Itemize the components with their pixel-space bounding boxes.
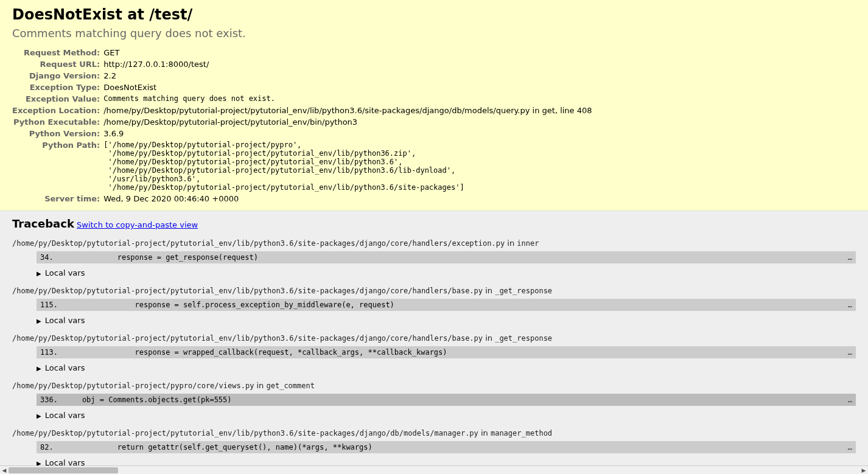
- frame-func: inner: [517, 239, 539, 248]
- meta-value: Comments matching query does not exist.: [103, 93, 592, 105]
- in-word: in: [483, 333, 495, 343]
- line-number: 336.: [40, 396, 65, 404]
- frames-list: /home/py/Desktop/pytutorial-project/pytu…: [12, 239, 856, 467]
- meta-label: Request Method:: [12, 47, 103, 58]
- meta-value: DoesNotExist: [103, 82, 592, 93]
- in-word: in: [254, 381, 266, 390]
- frame-func: get_comment: [266, 382, 314, 390]
- code-text: response = wrapped_callback(request, *ca…: [65, 348, 843, 357]
- frame-file: /home/py/Desktop/pytutorial-project/pypr…: [12, 382, 254, 390]
- local-vars-toggle[interactable]: ▶ Local vars: [37, 268, 856, 277]
- context-line[interactable]: 113. response = wrapped_callback(request…: [37, 346, 856, 358]
- meta-label: Python Path:: [12, 139, 103, 193]
- local-vars-toggle[interactable]: ▶ Local vars: [37, 411, 856, 420]
- frame-header: /home/py/Desktop/pytutorial-project/pytu…: [12, 286, 856, 295]
- meta-value: /home/py/Desktop/pytutorial-project/pytu…: [103, 116, 592, 128]
- line-number: 115.: [40, 301, 65, 309]
- meta-label: Python Version:: [12, 128, 103, 139]
- frame-header: /home/py/Desktop/pytutorial-project/pytu…: [12, 239, 856, 248]
- triangle-right-icon: ▶: [37, 270, 41, 277]
- frame-header: /home/py/Desktop/pytutorial-project/pypr…: [12, 381, 856, 390]
- frame-context: 336. obj = Comments.objects.get(pk=555)…: [37, 394, 856, 406]
- meta-label: Python Executable:: [12, 116, 103, 128]
- frame-file: /home/py/Desktop/pytutorial-project/pytu…: [12, 287, 483, 295]
- traceback-frame: /home/py/Desktop/pytutorial-project/pytu…: [12, 286, 856, 325]
- frame-func: _get_response: [495, 334, 552, 343]
- scroll-right-icon[interactable]: ▶: [859, 466, 868, 475]
- in-word: in: [483, 286, 495, 295]
- meta-value: /home/py/Desktop/pytutorial-project/pytu…: [103, 105, 592, 116]
- frame-file: /home/py/Desktop/pytutorial-project/pytu…: [12, 429, 478, 437]
- meta-label: Exception Value:: [12, 93, 103, 105]
- context-line-list: 82. return getattr(self.get_queryset(), …: [37, 441, 856, 453]
- triangle-right-icon: ▶: [37, 365, 41, 372]
- expand-icon[interactable]: …: [843, 301, 852, 309]
- expand-icon[interactable]: …: [843, 348, 852, 357]
- frame-context: 82. return getattr(self.get_queryset(), …: [37, 441, 856, 453]
- meta-value: Wed, 9 Dec 2020 00:46:40 +0000: [103, 193, 592, 204]
- frame-file: /home/py/Desktop/pytutorial-project/pytu…: [12, 239, 505, 248]
- error-summary: DoesNotExist at /test/ Comments matching…: [0, 0, 868, 211]
- in-word: in: [505, 239, 517, 248]
- context-line[interactable]: 115. response = self.process_exception_b…: [37, 299, 856, 311]
- scrollbar-track[interactable]: [9, 467, 859, 474]
- frame-header: /home/py/Desktop/pytutorial-project/pytu…: [12, 428, 856, 437]
- scrollbar-thumb[interactable]: [9, 467, 118, 473]
- scroll-left-icon[interactable]: ◀: [0, 466, 9, 475]
- expand-icon[interactable]: …: [843, 443, 852, 451]
- local-vars-toggle[interactable]: ▶ Local vars: [37, 363, 856, 372]
- context-line-list: 336. obj = Comments.objects.get(pk=555)…: [37, 394, 856, 406]
- frame-context: 113. response = wrapped_callback(request…: [37, 346, 856, 358]
- horizontal-scrollbar[interactable]: ◀ ▶: [0, 465, 868, 474]
- local-vars-toggle[interactable]: ▶ Local vars: [37, 316, 856, 325]
- context-line-list: 34. response = get_response(request)…: [37, 251, 856, 263]
- line-number: 113.: [40, 348, 65, 357]
- exception-value-pre: Comments matching query does not exist.: [103, 94, 592, 103]
- code-text: obj = Comments.objects.get(pk=555): [65, 396, 843, 404]
- local-vars-label: Local vars: [43, 268, 85, 277]
- python-path-pre: ['/home/py/Desktop/pytutorial-project/py…: [103, 141, 592, 192]
- local-vars-label: Local vars: [43, 316, 85, 325]
- meta-value: 3.6.9: [103, 128, 592, 139]
- frame-header: /home/py/Desktop/pytutorial-project/pytu…: [12, 333, 856, 343]
- traceback-frame: /home/py/Desktop/pytutorial-project/pytu…: [12, 239, 856, 277]
- local-vars-label: Local vars: [43, 363, 85, 372]
- frame-file: /home/py/Desktop/pytutorial-project/pytu…: [12, 334, 483, 343]
- line-number: 82.: [40, 443, 65, 451]
- code-text: return getattr(self.get_queryset(), name…: [65, 443, 843, 451]
- meta-label: Request URL:: [12, 58, 103, 70]
- meta-value: http://127.0.0.1:8000/test/: [103, 58, 592, 70]
- switch-view-link[interactable]: Switch to copy-and-paste view: [77, 220, 198, 229]
- triangle-right-icon: ▶: [37, 413, 41, 419]
- traceback-heading: Traceback: [12, 217, 74, 230]
- context-line[interactable]: 34. response = get_response(request)…: [37, 251, 856, 263]
- context-line-list: 113. response = wrapped_callback(request…: [37, 346, 856, 358]
- expand-icon[interactable]: …: [843, 253, 852, 262]
- exception-subtitle: Comments matching query does not exist.: [12, 27, 856, 40]
- frame-func: _get_response: [495, 287, 552, 295]
- traceback-section: Traceback Switch to copy-and-paste view …: [0, 211, 868, 474]
- triangle-right-icon: ▶: [37, 318, 41, 324]
- local-vars-label: Local vars: [43, 411, 85, 420]
- code-text: response = get_response(request): [65, 253, 843, 262]
- frame-context: 34. response = get_response(request)…: [37, 251, 856, 263]
- meta-label: Exception Location:: [12, 105, 103, 116]
- expand-icon[interactable]: …: [843, 396, 852, 404]
- traceback-frame: /home/py/Desktop/pytutorial-project/pytu…: [12, 428, 856, 467]
- context-line-list: 115. response = self.process_exception_b…: [37, 299, 856, 311]
- meta-value: GET: [103, 47, 592, 58]
- page-title: DoesNotExist at /test/: [12, 6, 856, 23]
- line-number: 34.: [40, 253, 65, 262]
- meta-label: Django Version:: [12, 70, 103, 82]
- traceback-frame: /home/py/Desktop/pytutorial-project/pypr…: [12, 381, 856, 420]
- meta-value: ['/home/py/Desktop/pytutorial-project/py…: [103, 139, 592, 193]
- frame-context: 115. response = self.process_exception_b…: [37, 299, 856, 311]
- traceback-frame: /home/py/Desktop/pytutorial-project/pytu…: [12, 333, 856, 372]
- meta-value: 2.2: [103, 70, 592, 82]
- context-line[interactable]: 336. obj = Comments.objects.get(pk=555)…: [37, 394, 856, 406]
- code-text: response = self.process_exception_by_mid…: [65, 301, 843, 309]
- in-word: in: [478, 428, 491, 437]
- context-line[interactable]: 82. return getattr(self.get_queryset(), …: [37, 441, 856, 453]
- request-meta-table: Request Method: GET Request URL: http://…: [12, 47, 592, 204]
- meta-label: Server time:: [12, 193, 103, 204]
